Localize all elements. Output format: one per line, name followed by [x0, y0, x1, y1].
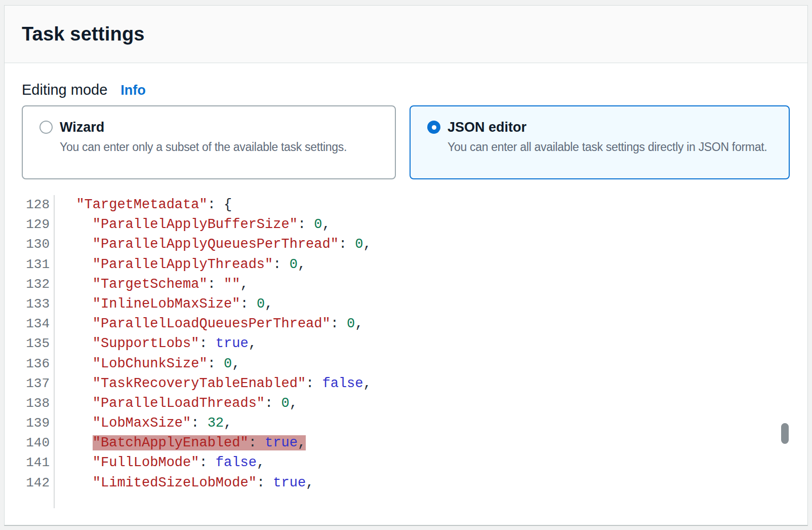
panel-body: Editing mode Info Wizard You can enter o…: [5, 63, 807, 508]
editing-mode-row: Editing mode Info: [22, 81, 790, 99]
editor-scrollbar-thumb[interactable]: [781, 423, 789, 444]
code-line: 141 "FullLobMode": false,: [22, 453, 790, 473]
editing-mode-options: Wizard You can enter only a subset of th…: [22, 105, 790, 179]
editing-mode-option-json-editor[interactable]: JSON editor You can enter all available …: [410, 105, 790, 179]
option-description-json-editor: You can enter all available task setting…: [448, 139, 767, 156]
task-settings-panel: Task settings Editing mode Info Wizard Y…: [4, 5, 808, 526]
code-line: 135 "SupportLobs": true,: [22, 334, 790, 354]
line-number: 133: [22, 294, 55, 314]
code-line: 140 "BatchApplyEnabled": true,: [22, 433, 790, 453]
code-line: 139 "LobMaxSize": 32,: [22, 413, 790, 433]
line-number: 137: [22, 374, 55, 394]
code-line: 129 "ParallelApplyBufferSize": 0,: [22, 215, 790, 235]
panel-title: Task settings: [22, 23, 145, 45]
line-number: 135: [22, 334, 55, 354]
editing-mode-label: Editing mode: [22, 81, 107, 99]
code-line: 134 "ParallelLoadQueuesPerThread": 0,: [22, 314, 790, 334]
code-line: 128 "TargetMetadata": {: [22, 195, 790, 215]
code-lines: 128 "TargetMetadata": {129 "ParallelAppl…: [22, 195, 790, 493]
json-editor[interactable]: 128 "TargetMetadata": {129 "ParallelAppl…: [22, 195, 790, 508]
info-link[interactable]: Info: [120, 81, 145, 99]
line-number: 142: [22, 473, 55, 493]
radio-unselected-icon[interactable]: [39, 121, 53, 134]
code-line: 131 "ParallelApplyThreads": 0,: [22, 255, 790, 275]
code-line: 130 "ParallelApplyQueuesPerThread": 0,: [22, 235, 790, 254]
radio-selected-icon[interactable]: [427, 121, 440, 134]
line-number: 131: [22, 255, 55, 275]
line-number: 129: [22, 215, 55, 235]
code-line: 133 "InlineLobMaxSize": 0,: [22, 294, 790, 314]
line-number: 140: [22, 433, 55, 453]
line-number: 132: [22, 275, 55, 294]
option-title-wizard: Wizard: [60, 119, 347, 136]
code-line: 137 "TaskRecoveryTableEnabled": false,: [22, 374, 790, 394]
panel-header: Task settings: [5, 6, 807, 63]
option-title-json-editor: JSON editor: [448, 119, 767, 136]
line-number: 134: [22, 314, 55, 334]
option-description-wizard: You can enter only a subset of the avail…: [60, 139, 347, 156]
line-number: 141: [22, 453, 55, 473]
code-line: 136 "LobChunkSize": 0,: [22, 354, 790, 374]
code-line: 138 "ParallelLoadThreads": 0,: [22, 394, 790, 413]
line-number: 138: [22, 394, 55, 413]
line-number: 128: [22, 195, 55, 215]
code-line: 142 "LimitedSizeLobMode": true,: [22, 473, 790, 493]
gutter-stub: [22, 493, 790, 508]
code-line: 132 "TargetSchema": "",: [22, 275, 790, 294]
line-number: 139: [22, 413, 55, 433]
line-number: 136: [22, 354, 55, 374]
editing-mode-option-wizard[interactable]: Wizard You can enter only a subset of th…: [22, 105, 396, 179]
line-number: 130: [22, 235, 55, 254]
